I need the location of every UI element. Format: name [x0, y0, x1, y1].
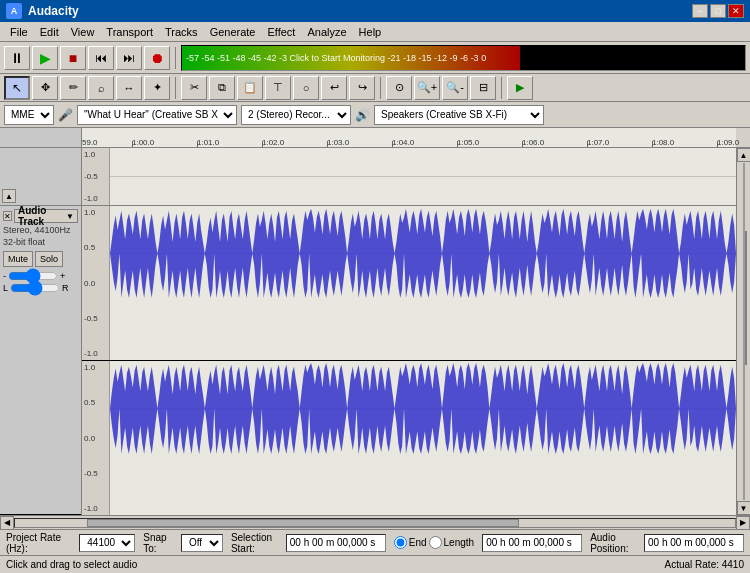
snap-to-select[interactable]: Off [181, 534, 223, 552]
actual-rate: Actual Rate: 4410 [665, 559, 745, 570]
track-controls-panel: ▲ ✕ Audio Track ▼ Stereo, 44100Hz 32-bit… [0, 148, 82, 515]
toolbar-separator-1 [175, 47, 176, 69]
pan-slider[interactable] [10, 284, 60, 292]
v-scroll-thumb[interactable] [745, 231, 747, 365]
toolbar-separator-4 [501, 77, 502, 99]
record-button[interactable]: ⏺ [144, 46, 170, 70]
level-meter[interactable]: -57 -54 -51 -48 -45 -42 -3 Click to Star… [181, 45, 746, 71]
redo-button[interactable]: ↪ [349, 76, 375, 100]
draw-tool-button[interactable]: ✏ [60, 76, 86, 100]
output-device-select[interactable]: Speakers (Creative SB X-Fi) [374, 105, 544, 125]
menu-file[interactable]: File [4, 24, 34, 40]
undo-button[interactable]: ↩ [321, 76, 347, 100]
device-bar: MME 🎤 "What U Hear" (Creative SB X 2 (St… [0, 102, 750, 128]
gain-minus-label: - [3, 271, 6, 281]
selection-start-input[interactable] [286, 534, 386, 552]
skip-forward-button[interactable]: ⏭ [116, 46, 142, 70]
scroll-right-arrow[interactable]: ▶ [736, 516, 750, 530]
close-button[interactable]: ✕ [728, 4, 744, 18]
stop-button[interactable]: ■ [60, 46, 86, 70]
input-device-select[interactable]: "What U Hear" (Creative SB X [77, 105, 237, 125]
channel2-waveform-svg [110, 361, 736, 456]
y1-5: -1.0 [84, 349, 107, 358]
waveform-display[interactable]: 1.0 -0.5 -1.0 1.0 0.5 [82, 148, 736, 515]
selection-start-label: Selection Start: [231, 532, 282, 554]
horizontal-scrollbar[interactable]: ◀ ▶ [0, 515, 750, 529]
project-rate-select[interactable]: 44100 [79, 534, 135, 552]
vertical-scrollbar[interactable]: ▲ ▼ [736, 148, 750, 515]
zoom-in-button[interactable]: 🔍+ [414, 76, 440, 100]
selection-tool-button[interactable]: ↖ [4, 76, 30, 100]
gain-plus-label: + [60, 271, 65, 281]
play-at-speed-button[interactable]: ▶ [507, 76, 533, 100]
length-label: Length [444, 537, 475, 548]
scroll-down-arrow[interactable]: ▼ [737, 501, 751, 515]
minimize-button[interactable]: − [692, 4, 708, 18]
scroll-up-arrow[interactable]: ▲ [737, 148, 751, 162]
tools-toolbar: ↖ ✥ ✏ ⌕ ↔ ✦ ✂ ⧉ 📋 ⊤ ○ ↩ ↪ ⊙ 🔍+ 🔍- ⊟ ▶ [0, 74, 750, 102]
track-mute-solo: Mute Solo [3, 251, 78, 267]
gain-slider[interactable] [8, 272, 58, 280]
track-close-button[interactable]: ✕ [3, 211, 12, 221]
scroll-left-arrow[interactable]: ◀ [0, 516, 14, 530]
track-title-row: ✕ Audio Track ▼ [3, 209, 78, 223]
trim-button[interactable]: ⊤ [265, 76, 291, 100]
length-radio[interactable] [429, 536, 442, 549]
solo-button[interactable]: Solo [35, 251, 63, 267]
tracks-area: 59.0 1:00.0 1:01.0 1:02.0 1:03.0 1:04.0 … [0, 128, 750, 529]
pan-left-label: L [3, 283, 8, 293]
menu-edit[interactable]: Edit [34, 24, 65, 40]
track-info: Stereo, 44100Hz 32-bit float [3, 225, 78, 248]
menu-generate[interactable]: Generate [204, 24, 262, 40]
ruler-mark-4: 1:03.0 [327, 138, 349, 147]
cut-button[interactable]: ✂ [181, 76, 207, 100]
maximize-button[interactable]: □ [710, 4, 726, 18]
timeshift-tool-button[interactable]: ↔ [116, 76, 142, 100]
zoom-out-button[interactable]: 🔍- [442, 76, 468, 100]
waveform-channel-1[interactable]: 1.0 0.5 0.0 -0.5 -1.0 [82, 206, 736, 361]
menu-transport[interactable]: Transport [100, 24, 159, 40]
copy-button[interactable]: ⧉ [209, 76, 235, 100]
silence-button[interactable]: ○ [293, 76, 319, 100]
selection-start-field: Selection Start: [231, 532, 386, 554]
h-scroll-thumb[interactable] [87, 519, 519, 527]
menu-view[interactable]: View [65, 24, 101, 40]
menu-tracks[interactable]: Tracks [159, 24, 204, 40]
menu-help[interactable]: Help [353, 24, 388, 40]
title-bar: A Audacity − □ ✕ [0, 0, 750, 22]
zoom-tool-button[interactable]: ⌕ [88, 76, 114, 100]
meter-button[interactable]: ⊙ [386, 76, 412, 100]
app-title: Audacity [28, 4, 79, 18]
pause-button[interactable]: ⏸ [4, 46, 30, 70]
ruler-marks: 59.0 1:00.0 1:01.0 1:02.0 1:03.0 1:04.0 … [82, 128, 736, 147]
y2-3: 0.0 [84, 434, 107, 443]
ruler-mark-7: 1:06.0 [522, 138, 544, 147]
audio-position-input[interactable] [644, 534, 744, 552]
envelope-tool-button[interactable]: ✥ [32, 76, 58, 100]
waveform-channel-2[interactable]: 1.0 0.5 0.0 -0.5 -1.0 [82, 361, 736, 515]
speaker-icon: 🔊 [355, 108, 370, 122]
host-select[interactable]: MME [4, 105, 54, 125]
y1-1: 1.0 [84, 208, 107, 217]
track-name-dropdown[interactable]: Audio Track ▼ [14, 209, 78, 223]
audio-position-field: Audio Position: [590, 532, 744, 554]
paste-button[interactable]: 📋 [237, 76, 263, 100]
app-icon: A [6, 3, 22, 19]
multi-tool-button[interactable]: ✦ [144, 76, 170, 100]
menu-bar: File Edit View Transport Tracks Generate… [0, 22, 750, 42]
selection-end-input[interactable] [482, 534, 582, 552]
end-radio[interactable] [394, 536, 407, 549]
menu-analyze[interactable]: Analyze [301, 24, 352, 40]
project-rate-label: Project Rate (Hz): [6, 532, 75, 554]
toolbar-separator-3 [380, 77, 381, 99]
play-button[interactable]: ▶ [32, 46, 58, 70]
menu-effect[interactable]: Effect [262, 24, 302, 40]
ruler-mark-6: 1:05.0 [457, 138, 479, 147]
h-scroll-track[interactable] [14, 518, 736, 528]
scroll-up-button[interactable]: ▲ [2, 189, 16, 203]
channels-select[interactable]: 2 (Stereo) Recor... [241, 105, 351, 125]
mute-button[interactable]: Mute [3, 251, 33, 267]
fit-project-button[interactable]: ⊟ [470, 76, 496, 100]
snap-to-field: Snap To: Off [143, 532, 223, 554]
skip-back-button[interactable]: ⏮ [88, 46, 114, 70]
